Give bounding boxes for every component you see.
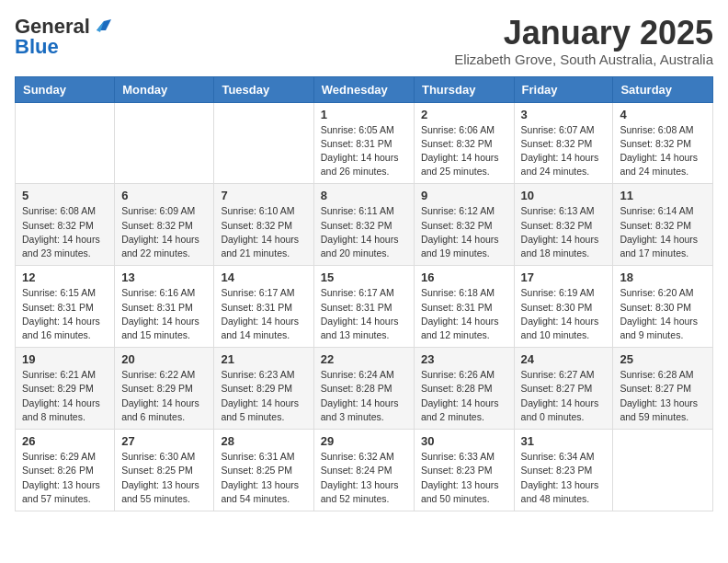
table-row: 20Sunrise: 6:22 AM Sunset: 8:29 PM Dayli…: [115, 348, 214, 430]
table-row: 11Sunrise: 6:14 AM Sunset: 8:32 PM Dayli…: [613, 184, 713, 266]
day-number: 16: [421, 270, 507, 284]
table-row: 25Sunrise: 6:28 AM Sunset: 8:27 PM Dayli…: [613, 348, 713, 430]
day-number: 20: [121, 352, 207, 366]
calendar-table: SundayMondayTuesdayWednesdayThursdayFrid…: [15, 76, 713, 511]
day-info: Sunrise: 6:22 AM Sunset: 8:29 PM Dayligh…: [121, 368, 207, 424]
table-row: 13Sunrise: 6:16 AM Sunset: 8:31 PM Dayli…: [115, 266, 214, 348]
day-info: Sunrise: 6:08 AM Sunset: 8:32 PM Dayligh…: [620, 123, 706, 179]
day-info: Sunrise: 6:32 AM Sunset: 8:24 PM Dayligh…: [321, 450, 407, 506]
day-info: Sunrise: 6:17 AM Sunset: 8:31 PM Dayligh…: [221, 286, 306, 342]
month-title: January 2025: [454, 15, 713, 52]
calendar-week-row: 12Sunrise: 6:15 AM Sunset: 8:31 PM Dayli…: [16, 266, 713, 348]
day-info: Sunrise: 6:17 AM Sunset: 8:31 PM Dayligh…: [321, 286, 407, 342]
table-row: 12Sunrise: 6:15 AM Sunset: 8:31 PM Dayli…: [16, 266, 115, 348]
day-number: 10: [521, 189, 607, 202]
table-row: 16Sunrise: 6:18 AM Sunset: 8:31 PM Dayli…: [414, 266, 514, 348]
day-number: 6: [121, 189, 207, 202]
day-info: Sunrise: 6:30 AM Sunset: 8:25 PM Dayligh…: [121, 450, 207, 506]
day-number: 21: [221, 352, 306, 366]
table-row: [613, 430, 713, 511]
day-info: Sunrise: 6:10 AM Sunset: 8:32 PM Dayligh…: [221, 204, 306, 260]
table-row: 28Sunrise: 6:31 AM Sunset: 8:25 PM Dayli…: [214, 430, 313, 511]
day-number: 18: [620, 270, 706, 284]
col-header-sunday: Sunday: [16, 76, 115, 102]
day-number: 17: [521, 270, 607, 284]
calendar-week-row: 5Sunrise: 6:08 AM Sunset: 8:32 PM Daylig…: [16, 184, 713, 266]
table-row: 4Sunrise: 6:08 AM Sunset: 8:32 PM Daylig…: [613, 102, 713, 184]
table-row: 21Sunrise: 6:23 AM Sunset: 8:29 PM Dayli…: [214, 348, 313, 430]
day-number: 19: [22, 352, 108, 366]
day-number: 31: [521, 434, 607, 448]
title-section: January 2025 Elizabeth Grove, South Aust…: [454, 15, 713, 67]
calendar-week-row: 19Sunrise: 6:21 AM Sunset: 8:29 PM Dayli…: [16, 348, 713, 430]
table-row: 24Sunrise: 6:27 AM Sunset: 8:27 PM Dayli…: [514, 348, 613, 430]
day-info: Sunrise: 6:16 AM Sunset: 8:31 PM Dayligh…: [121, 286, 207, 342]
day-number: 12: [22, 270, 108, 284]
day-info: Sunrise: 6:06 AM Sunset: 8:32 PM Dayligh…: [421, 123, 507, 179]
table-row: 7Sunrise: 6:10 AM Sunset: 8:32 PM Daylig…: [214, 184, 313, 266]
day-info: Sunrise: 6:26 AM Sunset: 8:28 PM Dayligh…: [421, 368, 507, 424]
day-number: 4: [620, 108, 706, 121]
logo-bird-icon: [91, 19, 111, 34]
day-info: Sunrise: 6:07 AM Sunset: 8:32 PM Dayligh…: [521, 123, 607, 179]
day-info: Sunrise: 6:05 AM Sunset: 8:31 PM Dayligh…: [321, 123, 407, 179]
col-header-thursday: Thursday: [414, 76, 514, 102]
day-number: 2: [421, 108, 507, 121]
day-number: 27: [121, 434, 207, 448]
table-row: 2Sunrise: 6:06 AM Sunset: 8:32 PM Daylig…: [414, 102, 514, 184]
table-row: 3Sunrise: 6:07 AM Sunset: 8:32 PM Daylig…: [514, 102, 613, 184]
day-number: 14: [221, 270, 306, 284]
day-number: 11: [620, 189, 706, 202]
day-number: 8: [321, 189, 407, 202]
table-row: 14Sunrise: 6:17 AM Sunset: 8:31 PM Dayli…: [214, 266, 313, 348]
day-number: 29: [321, 434, 407, 448]
table-row: 18Sunrise: 6:20 AM Sunset: 8:30 PM Dayli…: [613, 266, 713, 348]
day-number: 13: [121, 270, 207, 284]
day-info: Sunrise: 6:34 AM Sunset: 8:23 PM Dayligh…: [521, 450, 607, 506]
table-row: 30Sunrise: 6:33 AM Sunset: 8:23 PM Dayli…: [414, 430, 514, 511]
day-number: 3: [521, 108, 607, 121]
day-info: Sunrise: 6:28 AM Sunset: 8:27 PM Dayligh…: [620, 368, 706, 424]
day-number: 26: [22, 434, 108, 448]
day-number: 30: [421, 434, 507, 448]
day-number: 24: [521, 352, 607, 366]
day-info: Sunrise: 6:29 AM Sunset: 8:26 PM Dayligh…: [22, 450, 108, 506]
day-info: Sunrise: 6:14 AM Sunset: 8:32 PM Dayligh…: [620, 204, 706, 260]
day-number: 9: [421, 189, 507, 202]
location-title: Elizabeth Grove, South Australia, Austra…: [454, 52, 713, 67]
day-number: 15: [321, 270, 407, 284]
logo: General Blue: [15, 15, 112, 59]
day-info: Sunrise: 6:21 AM Sunset: 8:29 PM Dayligh…: [22, 368, 108, 424]
day-info: Sunrise: 6:27 AM Sunset: 8:27 PM Dayligh…: [521, 368, 607, 424]
calendar-week-row: 26Sunrise: 6:29 AM Sunset: 8:26 PM Dayli…: [16, 430, 713, 511]
table-row: 29Sunrise: 6:32 AM Sunset: 8:24 PM Dayli…: [313, 430, 414, 511]
day-info: Sunrise: 6:09 AM Sunset: 8:32 PM Dayligh…: [121, 204, 207, 260]
col-header-saturday: Saturday: [613, 76, 713, 102]
day-info: Sunrise: 6:11 AM Sunset: 8:32 PM Dayligh…: [321, 204, 407, 260]
col-header-wednesday: Wednesday: [313, 76, 414, 102]
day-number: 23: [421, 352, 507, 366]
day-number: 22: [321, 352, 407, 366]
day-info: Sunrise: 6:31 AM Sunset: 8:25 PM Dayligh…: [221, 450, 306, 506]
day-info: Sunrise: 6:15 AM Sunset: 8:31 PM Dayligh…: [22, 286, 108, 342]
day-info: Sunrise: 6:08 AM Sunset: 8:32 PM Dayligh…: [22, 204, 108, 260]
day-number: 1: [321, 108, 407, 121]
table-row: 10Sunrise: 6:13 AM Sunset: 8:32 PM Dayli…: [514, 184, 613, 266]
day-info: Sunrise: 6:23 AM Sunset: 8:29 PM Dayligh…: [221, 368, 306, 424]
table-row: 17Sunrise: 6:19 AM Sunset: 8:30 PM Dayli…: [514, 266, 613, 348]
day-info: Sunrise: 6:12 AM Sunset: 8:32 PM Dayligh…: [421, 204, 507, 260]
table-row: 22Sunrise: 6:24 AM Sunset: 8:28 PM Dayli…: [313, 348, 414, 430]
table-row: 19Sunrise: 6:21 AM Sunset: 8:29 PM Dayli…: [16, 348, 115, 430]
table-row: 8Sunrise: 6:11 AM Sunset: 8:32 PM Daylig…: [313, 184, 414, 266]
day-info: Sunrise: 6:20 AM Sunset: 8:30 PM Dayligh…: [620, 286, 706, 342]
day-number: 25: [620, 352, 706, 366]
table-row: 27Sunrise: 6:30 AM Sunset: 8:25 PM Dayli…: [115, 430, 214, 511]
table-row: 15Sunrise: 6:17 AM Sunset: 8:31 PM Dayli…: [313, 266, 414, 348]
table-row: 5Sunrise: 6:08 AM Sunset: 8:32 PM Daylig…: [16, 184, 115, 266]
day-number: 5: [22, 189, 108, 202]
page-header: General Blue January 2025 Elizabeth Grov…: [15, 15, 713, 67]
day-info: Sunrise: 6:18 AM Sunset: 8:31 PM Dayligh…: [421, 286, 507, 342]
logo-blue: Blue: [15, 35, 59, 59]
table-row: 6Sunrise: 6:09 AM Sunset: 8:32 PM Daylig…: [115, 184, 214, 266]
col-header-friday: Friday: [514, 76, 613, 102]
